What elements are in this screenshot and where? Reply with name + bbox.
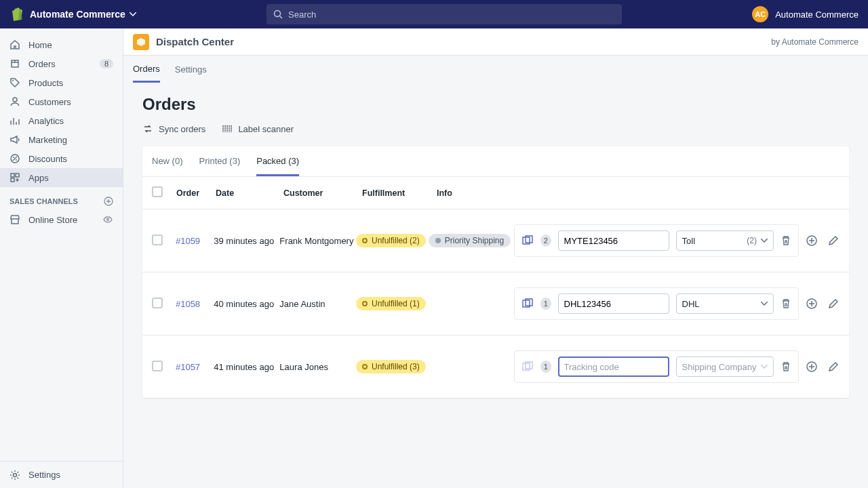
app-tabs: Orders Settings — [123, 56, 868, 83]
avatar: AC — [752, 6, 768, 22]
shipment-box: 1 DHL — [514, 287, 799, 320]
global-search[interactable] — [267, 4, 622, 24]
table-row: #1057 41 minutes ago Laura Jones Unfulfi… — [142, 336, 849, 398]
tracking-input[interactable] — [558, 357, 669, 377]
add-button[interactable] — [806, 235, 818, 247]
fulfillment-pill: Unfulfilled (2) — [356, 234, 426, 247]
tracking-input[interactable] — [558, 293, 669, 314]
packages-icon[interactable] — [521, 361, 534, 373]
status-tab-packed[interactable]: Packed (3) — [256, 146, 299, 176]
sync-icon — [142, 123, 153, 134]
channel-online-store[interactable]: Online Store — [0, 210, 123, 229]
carrier-select[interactable]: Shipping Company — [676, 357, 774, 377]
edit-button[interactable] — [827, 361, 840, 373]
orders-badge: 8 — [100, 59, 113, 68]
add-channel-button[interactable] — [104, 197, 113, 206]
app-icon — [133, 34, 149, 50]
svg-point-5 — [13, 157, 14, 158]
fulfillment-pill: Unfulfilled (1) — [356, 297, 426, 310]
fulfillment-text: Unfulfilled (3) — [372, 362, 420, 371]
nav-marketing[interactable]: Marketing — [0, 130, 123, 149]
col-order: Order — [176, 188, 216, 198]
tool-label: Sync orders — [159, 124, 205, 134]
nav-settings[interactable]: Settings — [0, 461, 123, 488]
order-link[interactable]: #1058 — [176, 299, 200, 309]
packages-icon[interactable] — [521, 298, 534, 310]
col-date: Date — [216, 188, 283, 198]
tab-settings[interactable]: Settings — [175, 56, 207, 81]
nav-label: Apps — [28, 173, 49, 183]
nav-discounts[interactable]: Discounts — [0, 149, 123, 168]
row-checkbox[interactable] — [152, 361, 163, 371]
nav-label: Products — [28, 78, 63, 88]
app-header: Dispatch Center by Automate Commerce — [123, 28, 868, 56]
nav-products[interactable]: Products — [0, 73, 123, 92]
status-dot-icon — [362, 238, 368, 243]
svg-point-11 — [107, 219, 109, 221]
home-icon — [9, 39, 20, 50]
nav-customers[interactable]: Customers — [0, 92, 123, 111]
section-label: SALES CHANNELS — [9, 197, 78, 205]
delete-button[interactable] — [781, 361, 791, 373]
carrier-select[interactable]: Toll(2) — [676, 230, 774, 251]
shipment-box: 2 Toll(2) — [514, 224, 799, 257]
account-menu[interactable]: AC Automate Commerce — [752, 6, 859, 22]
row-checkbox[interactable] — [152, 298, 163, 308]
carrier-select[interactable]: DHL — [676, 293, 774, 314]
nav-orders[interactable]: Orders8 — [0, 54, 123, 73]
settings-label: Settings — [28, 470, 60, 480]
add-button[interactable] — [806, 361, 818, 373]
tag-dot-icon — [435, 238, 441, 243]
delete-button[interactable] — [781, 235, 791, 247]
svg-point-6 — [16, 159, 17, 161]
carrier-count: (2) — [747, 236, 757, 245]
fulfillment-pill: Unfulfilled (3) — [356, 360, 426, 373]
packages-icon[interactable] — [521, 235, 534, 247]
nav-label: Customers — [28, 97, 71, 107]
nav-analytics[interactable]: Analytics — [0, 111, 123, 130]
sync-orders-button[interactable]: Sync orders — [142, 123, 205, 134]
edit-button[interactable] — [827, 235, 840, 247]
delete-button[interactable] — [781, 298, 791, 310]
status-tab-new[interactable]: New (0) — [152, 146, 183, 176]
analytics-icon — [9, 115, 20, 126]
order-date: 39 minutes ago — [214, 236, 279, 246]
svg-point-2 — [12, 80, 14, 81]
tool-label: Label scanner — [238, 124, 294, 134]
carrier-placeholder: Shipping Company — [682, 362, 757, 372]
select-all-checkbox[interactable] — [152, 186, 163, 197]
caret-down-icon — [761, 365, 768, 369]
nav-label: Orders — [28, 59, 56, 69]
row-checkbox[interactable] — [152, 235, 163, 245]
orders-card: New (0) Printed (3) Packed (3) Order Dat… — [142, 146, 849, 398]
sales-channels-header: SALES CHANNELS — [0, 187, 123, 210]
tracking-input[interactable] — [558, 230, 669, 251]
app-author: by Automate Commerce — [771, 37, 859, 47]
global-search-input[interactable] — [288, 9, 615, 20]
order-link[interactable]: #1059 — [176, 236, 200, 246]
nav-apps[interactable]: Apps — [0, 168, 123, 187]
nav-label: Analytics — [28, 116, 64, 126]
package-count: 2 — [540, 235, 551, 247]
caret-down-icon — [761, 302, 768, 306]
store-name: Automate Commerce — [30, 9, 125, 20]
order-date: 40 minutes ago — [214, 299, 279, 309]
edit-button[interactable] — [827, 298, 840, 310]
status-dot-icon — [362, 364, 368, 369]
status-tab-printed[interactable]: Printed (3) — [199, 146, 241, 176]
main-content: Dispatch Center by Automate Commerce Ord… — [123, 28, 868, 488]
label-scanner-button[interactable]: Label scanner — [222, 123, 294, 134]
user-icon — [9, 96, 20, 107]
add-button[interactable] — [806, 298, 818, 310]
tab-orders[interactable]: Orders — [133, 56, 160, 83]
account-name: Automate Commerce — [775, 9, 859, 20]
view-store-button[interactable] — [102, 214, 113, 225]
order-link[interactable]: #1057 — [176, 362, 200, 372]
store-switcher[interactable]: Automate Commerce — [30, 9, 136, 20]
app-title: Dispatch Center — [156, 36, 234, 47]
carrier-value: Toll — [682, 236, 696, 246]
package-count: 1 — [540, 361, 551, 373]
svg-rect-9 — [11, 178, 14, 182]
nav-home[interactable]: Home — [0, 35, 123, 54]
table-row: #1058 40 minutes ago Jane Austin Unfulfi… — [142, 272, 849, 336]
